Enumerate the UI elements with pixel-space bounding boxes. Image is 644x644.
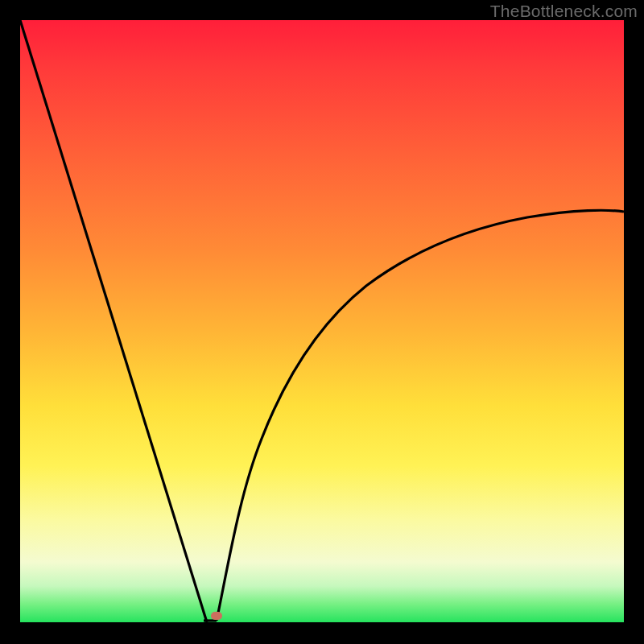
bottleneck-curve [20,20,624,622]
minimum-marker [211,612,222,620]
watermark-text: TheBottleneck.com [490,2,638,21]
plot-area [20,20,624,622]
chart-frame: TheBottleneck.com [0,0,644,644]
